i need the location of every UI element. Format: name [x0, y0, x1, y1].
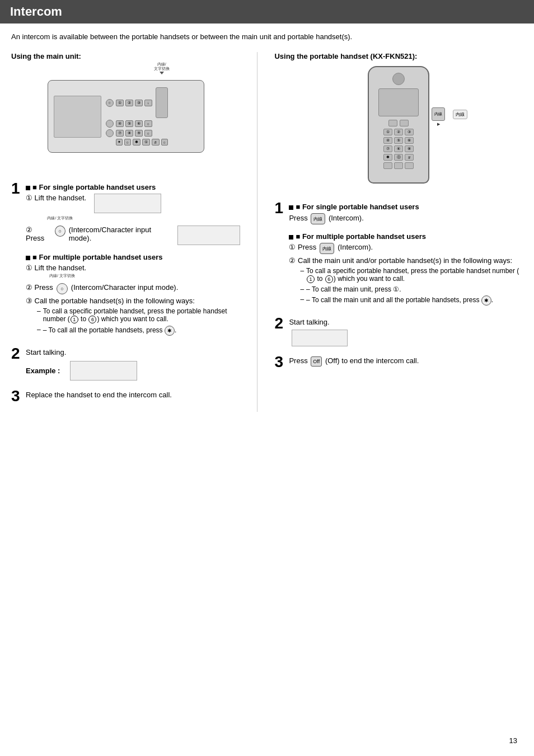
left-section-heading: Using the main unit: — [11, 52, 240, 60]
column-divider — [257, 52, 257, 412]
left-m-sub3: ③ Call the portable handset(s) in the fo… — [26, 297, 240, 305]
left-m-bullet2: – – To call all the portable handsets, p… — [37, 326, 240, 336]
left-m-bullet1: – To call a specific portable handset, p… — [37, 307, 240, 323]
right-step2-number: 2 — [274, 316, 287, 331]
left-step1-number: 1 — [11, 181, 24, 196]
left-step3: 3 Replace the handset to end the interco… — [11, 388, 240, 404]
right-step3-number: 3 — [274, 354, 287, 370]
right-step1-text: Press 内線 (Intercom). — [289, 213, 523, 224]
display-box-1 — [94, 194, 161, 213]
left-multiple-title: ■ For multiple portable handset users — [26, 253, 240, 261]
left-step2: 2 Start talking. Example : — [11, 346, 240, 381]
example-row: Example : — [26, 361, 240, 381]
off-button: Off — [311, 356, 322, 367]
right-m-sub2: ② Call the main unit and/or portable han… — [289, 256, 523, 265]
right-m-sub1: ① Press 内線 (Intercom). — [289, 243, 523, 254]
right-step3: 3 Press Off (Off) to end the intercom ca… — [274, 354, 523, 370]
right-m-bullet1: – To call a specific portable handset, p… — [300, 267, 523, 283]
left-m-sub1: ① Lift the handset. — [26, 264, 240, 272]
right-step2: 2 Start talking. — [274, 316, 523, 346]
left-column: Using the main unit: 内線/文字切換 — [11, 52, 240, 412]
left-step3-text: Replace the handset to end the intercom … — [26, 391, 172, 399]
right-multiple-title: ■ For multiple portable handset users — [289, 232, 523, 241]
right-step2-display — [292, 330, 348, 346]
main-unit-img: ○ ① ② ③ ↓ — [48, 80, 204, 153]
left-step1-sub1: ① Lift the handset. — [26, 194, 240, 213]
left-step2-number: 2 — [11, 346, 24, 361]
left-m-sub2: ② Press 内線/ 文字切換 ○ (Intercom/Character i… — [26, 283, 240, 294]
example-label: Example : — [26, 367, 60, 375]
intercom-char-button-2: 内線/ 文字切換 ○ — [57, 283, 68, 294]
right-step1: 1 ■ For single portable handset users Pr… — [274, 200, 523, 308]
intercom-btn-right: 内線 — [311, 213, 325, 224]
handset-device: ① ② ③ ④ ⑤ ⑥ ⑦ ⑥ — [368, 66, 429, 184]
right-step1-title: ■ For single portable handset users — [289, 203, 523, 211]
intercom-char-button: 内線/ 文字切換 ○ — [55, 226, 65, 237]
example-display-box — [70, 361, 137, 381]
right-m-bullet2: – – To call the main unit, press ①. — [300, 285, 523, 293]
left-step1-title: ■ For single portable handset users — [26, 183, 240, 191]
page-header: Intercom — [0, 0, 534, 24]
right-section-heading: Using the portable handset (KX-FKN521): — [274, 52, 523, 60]
main-unit-device-wrapper: 内線/文字切換 ○ ① ② — [11, 80, 240, 170]
right-column: Using the portable handset (KX-FKN521): — [274, 52, 523, 412]
left-step2-text: Start talking. — [26, 348, 66, 356]
page-title: Intercom — [10, 4, 524, 19]
intercom-btn-right-2: 内線 — [320, 243, 334, 254]
speaker-area — [156, 87, 168, 118]
left-step1: 1 ■ For single portable handset users ① … — [11, 181, 240, 338]
display-box-2 — [177, 226, 241, 245]
device-screen — [54, 96, 101, 138]
right-m-bullet3: – – To call the main unit and all the po… — [300, 295, 523, 306]
intro-text: An intercom is available between the por… — [11, 32, 523, 41]
left-step1-sub2: ② Press 内線/ 文字切換 ○ (Intercom/Character i… — [26, 226, 240, 245]
right-step2-text: Start talking. — [289, 318, 329, 326]
left-step3-number: 3 — [11, 388, 24, 404]
right-step1-number: 1 — [274, 200, 287, 216]
page-number: 13 — [509, 736, 517, 745]
